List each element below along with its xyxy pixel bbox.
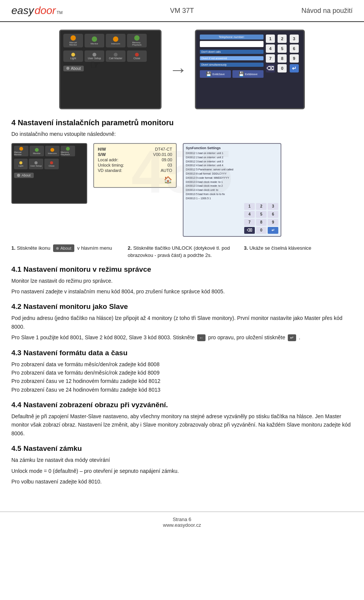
section-4-3-item-3: Pro zobrazení času ve 12 hodinovém formá… — [11, 377, 353, 385]
settings-row-3: DX0012 3 bad on interior: unit 3 — [186, 160, 246, 164]
settings-content: DX0012 1 bad on interior: unit 1 DX0012 … — [186, 151, 278, 234]
monitor-bottom-row: Light User Setup Call Master Close — [60, 49, 160, 63]
exit-leave-btn[interactable]: 💾 Exit&leave — [232, 70, 264, 78]
section-4-3-item-2: Pro zobrazení data ve formátu den/měsíc/… — [11, 369, 353, 377]
sk-7[interactable]: 7 — [244, 219, 255, 226]
sk-5[interactable]: 5 — [256, 211, 267, 218]
section-4-2-p2: Pro Slave 1 použijte kód 8001, Slave 2 k… — [11, 333, 353, 342]
settings-row-1: DX0012 1 bad on interior: unit 1 — [186, 151, 246, 155]
exit-save-btn[interactable]: 💾 Exit&Save — [200, 70, 231, 78]
settings-row-11: DX0013 5 bad from clock to to fix — [186, 192, 246, 196]
settings-screen: SysFunction Settings DX0012 1 bad on int… — [183, 143, 281, 237]
section-4-3: 4.3 Nastavení formátu data a času Pro zo… — [11, 349, 353, 394]
sm-memory-icon — [66, 147, 70, 151]
sk-back[interactable]: ⌫ — [244, 227, 255, 234]
section-4-1-p2: Pro nastavení zadejte v instalačním menu… — [11, 287, 353, 296]
logo-easy: easy — [11, 5, 34, 17]
sm-close-btn: Close — [44, 159, 59, 169]
sk-3[interactable]: 3 — [268, 203, 278, 210]
sk-6[interactable]: 6 — [268, 211, 278, 218]
top-images-row: ManualMonitor Monitor Intercom MemoryPla… — [11, 30, 353, 109]
monitor-btn-intercom: Intercom — [106, 34, 126, 47]
divert-btn-2[interactable]: Divert if not answered — [200, 56, 264, 60]
section-4-5-title: 4.5 Nastavení zámku — [11, 444, 353, 453]
settings-row-12: DX0013 1 – 1300.5 1 — [186, 197, 246, 200]
section-4-1: 4.1 Nastavení monitoru v režimu správce … — [11, 265, 353, 296]
header-subtitle: Návod na použití — [301, 7, 353, 15]
key-5[interactable]: 5 — [278, 44, 287, 53]
info-home-icon: 🏠 — [98, 176, 172, 184]
section-4-5-intro: Na zámku lze nastavit dva módy otevírání — [11, 456, 353, 464]
section-4-3-title: 4.3 Nastavení formátu data a času — [11, 349, 353, 357]
page-footer: Strana 6 www.easydoor.cz — [0, 512, 364, 532]
divert-btn-3[interactable]: Divert simultaneously — [200, 63, 264, 67]
step-1: 1. Stiskněte ikonu About v hlavním menu — [11, 244, 120, 259]
key-2[interactable]: 2 — [278, 35, 287, 43]
sm-about-badge: About — [14, 173, 34, 178]
monitor-buttons-row: ManualMonitor Monitor Intercom MemoryPla… — [60, 31, 160, 49]
step-2-text: 2. Stiskněte tlačítko UNLOCK (dotykové t… — [128, 245, 230, 258]
section-4-4-title: 4.4 Nastavení zobrazení obrazu při vyzvá… — [11, 401, 353, 409]
settings-row-9: DX0013 3 bad clock mode: to 2 — [186, 184, 246, 188]
step-3: 3. Ukáže se číselná klávesnice — [244, 244, 353, 259]
info-vd-row: VD standard: AUTO — [98, 168, 172, 173]
intercom-icon — [113, 36, 118, 42]
info-hw-row: H/W DT47-CT — [98, 147, 172, 151]
sm-btn-monitor: Monitor — [30, 146, 44, 156]
divert-btn-1[interactable]: Don't divert calls — [200, 50, 264, 54]
step-1-text2: v hlavním menu — [77, 245, 112, 251]
small-monitor: Manual Monitor Monitor Intercom Memory P… — [11, 143, 87, 204]
sk-2[interactable]: 2 — [256, 203, 267, 210]
info-local-row: Local addr: 09.00 — [98, 157, 172, 162]
sk-9[interactable]: 9 — [268, 219, 278, 226]
key-0[interactable]: 0 — [278, 64, 287, 72]
sk-0[interactable]: 0 — [256, 227, 267, 234]
sk-1[interactable]: 1 — [244, 203, 255, 210]
sm-btn-memory: Memory Playback — [61, 146, 75, 156]
step-1-num: 1. Stiskněte ikonu — [11, 245, 52, 251]
sm-usersetup-btn: User Setup — [29, 159, 43, 169]
monitor-btn-memory: MemoryPlayback — [127, 34, 147, 47]
keypad-panel: Telephone number: Don't divert calls Div… — [195, 30, 305, 109]
sk-8[interactable]: 8 — [256, 219, 267, 226]
sk-enter[interactable]: ↵ — [268, 227, 278, 234]
second-images-row: Manual Monitor Monitor Intercom Memory P… — [11, 143, 353, 237]
sm-btn-intercom: Intercom — [45, 146, 60, 156]
section-4-3-list: Pro zobrazení data ve formátu měsíc/den/… — [11, 360, 353, 394]
page-number: Strana 6 — [0, 517, 364, 522]
settings-list: DX0012 1 bad on interior: unit 1 DX0012 … — [186, 151, 246, 201]
small-monitor-btns-row: Manual Monitor Monitor Intercom Memory P… — [12, 144, 86, 157]
key-enter[interactable]: ↵ — [290, 64, 299, 72]
sm-btn-manual: Manual Monitor — [14, 146, 28, 156]
sm-about-icon — [17, 174, 20, 177]
telephone-input — [200, 41, 264, 47]
key-8[interactable]: 8 — [278, 54, 287, 63]
section-4-2-p1: Pod jednu adresu (jedno tlačítko na hlás… — [11, 314, 353, 331]
key-1[interactable]: 1 — [266, 35, 275, 43]
key-back[interactable]: ⌫ — [266, 64, 275, 72]
sm-manual-icon — [19, 147, 23, 151]
sk-4[interactable]: 4 — [244, 211, 255, 218]
section-4-5: 4.5 Nastavení zámku Na zámku lze nastavi… — [11, 444, 353, 486]
monitor-btn-callmaster: Call Master — [106, 50, 126, 62]
section-4-5-p2: Pro volbu nastavení zadejte kód 8010. — [11, 477, 353, 486]
settings-row-8: DX0013 0 bad clock mode: to 1 — [186, 180, 246, 184]
steps-row: 1. Stiskněte ikonu About v hlavním menu … — [11, 244, 353, 259]
section-4-5-p1: Unlock mode = 0 (defaultně) – pro otevře… — [11, 467, 353, 475]
key-7[interactable]: 7 — [266, 54, 275, 63]
info-unlock-row: Unlock timing: 03 — [98, 163, 172, 167]
key-9[interactable]: 9 — [290, 54, 299, 63]
key-3[interactable]: 3 — [290, 35, 299, 43]
logo-tm: TM — [56, 10, 63, 15]
monitor-btn-close: Close — [127, 50, 147, 62]
sm-bottom-row: Light User Setup Close — [12, 157, 86, 170]
key-6[interactable]: 6 — [290, 44, 299, 53]
about-inline-badge: About — [53, 244, 74, 252]
sm-intercom-icon — [50, 148, 54, 152]
about-bar: About ☞ — [60, 63, 160, 73]
key-4[interactable]: 4 — [266, 44, 275, 53]
settings-row-2: DX0012 2 bad on interior: unit 2 — [186, 156, 246, 159]
section-intro: Do instalačního menu vstoupíte následovn… — [11, 131, 353, 137]
settings-keypad: 1 2 3 4 5 6 7 8 9 ⌫ 0 ↵ — [244, 203, 278, 234]
memory-icon — [134, 35, 140, 41]
